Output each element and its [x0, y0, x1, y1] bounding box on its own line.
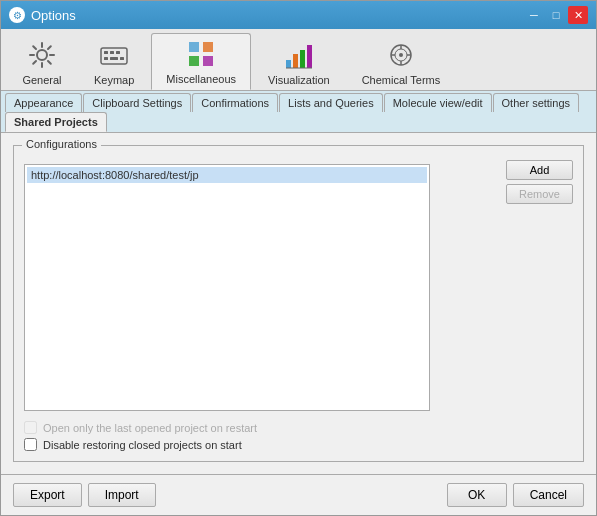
remove-button[interactable]: Remove	[506, 184, 573, 204]
misc-label: Miscellaneous	[166, 73, 236, 85]
ok-button[interactable]: OK	[447, 483, 507, 507]
svg-rect-13	[293, 54, 298, 68]
general-label: General	[22, 74, 61, 86]
svg-rect-3	[110, 51, 114, 54]
config-list[interactable]: http://localhost:8080/shared/test/jp	[24, 164, 430, 411]
window-title: Options	[31, 8, 76, 23]
svg-rect-2	[104, 51, 108, 54]
keymap-label: Keymap	[94, 74, 134, 86]
title-bar-left: ⚙ Options	[9, 7, 76, 23]
chem-icon	[385, 39, 417, 71]
toolbar-item-miscellaneous[interactable]: Miscellaneous	[151, 33, 251, 90]
close-button[interactable]: ✕	[568, 6, 588, 24]
config-item[interactable]: http://localhost:8080/shared/test/jp	[27, 167, 427, 183]
tab-bar: Appearance Clipboard Settings Confirmati…	[1, 91, 596, 133]
toolbar-item-keymap[interactable]: Keymap	[79, 33, 149, 90]
svg-rect-1	[101, 48, 127, 64]
footer-left: Export Import	[13, 483, 156, 507]
tab-clipboard[interactable]: Clipboard Settings	[83, 93, 191, 112]
chemical-terms-label: Chemical Terms	[362, 74, 441, 86]
open-last-label: Open only the last opened project on res…	[43, 422, 257, 434]
svg-rect-5	[104, 57, 108, 60]
svg-rect-8	[189, 42, 199, 52]
tab-confirmations[interactable]: Confirmations	[192, 93, 278, 112]
options-window: ⚙ Options ─ □ ✕ General	[0, 0, 597, 516]
general-icon	[26, 39, 58, 71]
svg-rect-14	[300, 50, 305, 68]
disable-restore-label: Disable restoring closed projects on sta…	[43, 439, 242, 451]
toolbar: General Keymap	[1, 29, 596, 91]
svg-point-0	[37, 50, 47, 60]
viz-icon	[283, 39, 315, 71]
configurations-group: Configurations http://localhost:8080/sha…	[13, 145, 584, 462]
svg-rect-4	[116, 51, 120, 54]
svg-rect-12	[286, 60, 291, 68]
cancel-button[interactable]: Cancel	[513, 483, 584, 507]
toolbar-item-visualization[interactable]: Visualization	[253, 33, 345, 90]
svg-rect-7	[120, 57, 124, 60]
app-icon: ⚙	[9, 7, 25, 23]
toolbar-item-general[interactable]: General	[7, 33, 77, 90]
open-last-checkbox-row: Open only the last opened project on res…	[24, 421, 573, 434]
title-bar-buttons: ─ □ ✕	[524, 6, 588, 24]
footer: Export Import OK Cancel	[1, 474, 596, 515]
config-action-buttons: Add Remove	[506, 160, 573, 411]
svg-point-19	[399, 53, 403, 57]
misc-icon	[185, 38, 217, 70]
svg-rect-11	[203, 56, 213, 66]
tab-appearance[interactable]: Appearance	[5, 93, 82, 112]
export-button[interactable]: Export	[13, 483, 82, 507]
visualization-label: Visualization	[268, 74, 330, 86]
minimize-button[interactable]: ─	[524, 6, 544, 24]
config-list-inner: http://localhost:8080/shared/test/jp	[25, 165, 429, 185]
svg-rect-6	[110, 57, 118, 60]
keymap-icon	[98, 39, 130, 71]
disable-restore-checkbox[interactable]	[24, 438, 37, 451]
tab-other-settings[interactable]: Other settings	[493, 93, 579, 112]
maximize-button[interactable]: □	[546, 6, 566, 24]
tab-molecule-view[interactable]: Molecule view/edit	[384, 93, 492, 112]
open-last-checkbox[interactable]	[24, 421, 37, 434]
svg-rect-10	[189, 56, 199, 66]
add-button[interactable]: Add	[506, 160, 573, 180]
group-label: Configurations	[22, 138, 101, 150]
tab-lists-queries[interactable]: Lists and Queries	[279, 93, 383, 112]
footer-right: OK Cancel	[447, 483, 584, 507]
tab-shared-projects[interactable]: Shared Projects	[5, 112, 107, 132]
title-bar: ⚙ Options ─ □ ✕	[1, 1, 596, 29]
disable-restore-checkbox-row: Disable restoring closed projects on sta…	[24, 438, 573, 451]
content-area: Configurations http://localhost:8080/sha…	[1, 133, 596, 474]
svg-rect-9	[203, 42, 213, 52]
checkboxes-container: Open only the last opened project on res…	[24, 421, 573, 451]
toolbar-item-chemical-terms[interactable]: Chemical Terms	[347, 33, 456, 90]
import-button[interactable]: Import	[88, 483, 156, 507]
svg-rect-15	[307, 45, 312, 68]
